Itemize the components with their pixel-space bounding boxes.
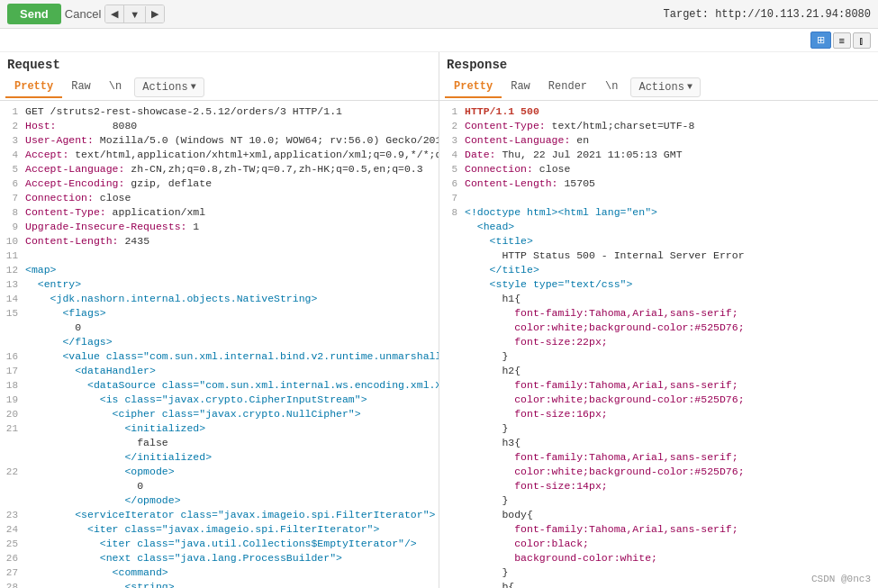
line-text: <initialized> [25,421,439,436]
request-line: 15 <flags> [0,306,439,321]
line-text: 0 [25,479,439,493]
line-text: font-family:Tahoma,Arial,sans-serif; [465,378,878,393]
line-text: h3{ [465,436,878,450]
watermark: CSDN @0nc3 [811,574,871,584]
line-number [439,537,465,551]
line-text: } [465,421,878,436]
line-text: </title> [465,263,878,277]
line-text: Accept-Language: zh-CN,zh;q=0.8,zh-TW;q=… [25,162,439,176]
response-line: background-color:white; [439,551,878,565]
line-number [439,508,465,522]
line-text: <iter class="java.util.Collections$Empty… [25,537,439,551]
response-line: h2{ [439,364,878,378]
line-number: 7 [439,191,465,205]
request-tab-newline[interactable]: \n [100,77,131,98]
line-number [439,349,465,364]
request-line: 5Accept-Language: zh-CN,zh;q=0.8,zh-TW;q… [0,162,439,176]
line-text: Host: 8080 [25,119,439,133]
request-code-area[interactable]: 1GET /struts2-rest-showcase-2.5.12/order… [0,101,439,588]
view-list-button[interactable]: ≡ [833,32,851,49]
response-line: 4Date: Thu, 22 Jul 2021 11:05:13 GMT [439,148,878,162]
line-text: HTTP Status 500 - Internal Server Error [465,249,878,263]
line-number: 16 [0,349,25,364]
line-number: 14 [0,292,25,306]
response-tab-newline[interactable]: \n [596,77,627,98]
nav-forward-button[interactable]: ▶ [146,5,164,23]
line-text: 0 [25,321,439,335]
line-number: 13 [0,277,25,292]
view-split-button[interactable]: ⫿ [853,32,871,49]
nav-dropdown-button[interactable]: ▼ [124,6,146,23]
line-text: Connection: close [25,191,439,205]
line-number [439,321,465,335]
line-text: <dataHandler> [25,364,439,378]
line-text: font-family:Tahoma,Arial,sans-serif; [465,306,878,321]
line-number [439,364,465,378]
line-number: 6 [439,176,465,191]
line-number [439,306,465,321]
cancel-button[interactable]: Cancel [65,7,101,21]
request-line: 24 <iter class="javax.imageio.spi.Filter… [0,522,439,537]
response-line: font-size:14px; [439,479,878,493]
line-text: false [25,436,439,450]
line-number [0,450,25,465]
line-number [0,479,25,493]
line-number: 2 [0,119,25,133]
response-tab-pretty[interactable]: Pretty [445,77,502,98]
line-text: <next class="java.lang.ProcessBuilder"> [25,551,439,565]
request-tab-raw[interactable]: Raw [62,77,100,98]
line-number [439,551,465,565]
send-button[interactable]: Send [7,4,61,24]
request-line: 0 [0,321,439,335]
line-text: Date: Thu, 22 Jul 2021 11:05:13 GMT [465,148,878,162]
request-line: 12<map> [0,263,439,277]
request-line: false [0,436,439,450]
response-actions-arrow: ▼ [687,82,692,92]
line-number [439,220,465,234]
view-grid-button[interactable]: ⊞ [810,32,831,49]
line-number [439,421,465,436]
line-number: 19 [0,393,25,407]
line-text: <!doctype html><html lang="en"> [465,205,878,220]
request-line: 4Accept: text/html,application/xhtml+xml… [0,148,439,162]
request-line: 2Host: 8080 [0,119,439,133]
line-number: 4 [439,148,465,162]
line-text: h1{ [465,292,878,306]
response-code-area[interactable]: 1HTTP/1.1 5002Content-Type: text/html;ch… [439,101,878,588]
request-line: 10Content-Length: 2435 [0,234,439,249]
line-number: 26 [0,551,25,565]
line-text: font-size:14px; [465,479,878,493]
response-tab-actions[interactable]: Actions ▼ [630,77,700,97]
line-number: 18 [0,378,25,393]
line-text: Accept: text/html,application/xhtml+xml,… [25,148,439,162]
line-text: <command> [25,565,439,580]
response-actions-label: Actions [638,81,683,94]
line-number: 22 [0,465,25,479]
line-text: Accept-Encoding: gzip, deflate [25,176,439,191]
line-text: font-size:22px; [465,335,878,349]
line-number: 17 [0,364,25,378]
line-text: </flags> [25,335,439,349]
request-line: 23 <serviceIterator class="javax.imageio… [0,508,439,522]
line-number: 6 [0,176,25,191]
response-title: Response [439,52,878,74]
request-tab-actions[interactable]: Actions ▼ [134,77,204,97]
response-tab-raw[interactable]: Raw [502,77,539,98]
line-text: HTTP/1.1 500 [465,104,878,119]
line-text [465,191,878,205]
line-number [439,263,465,277]
line-number: 12 [0,263,25,277]
line-text: User-Agent: Mozilla/5.0 (Windows NT 10.0… [25,133,439,148]
request-tab-pretty[interactable]: Pretty [5,77,62,98]
toolbar-left: Send Cancel ◀ ▼ ▶ [7,4,165,24]
request-line: 1GET /struts2-rest-showcase-2.5.12/order… [0,104,439,119]
line-number: 9 [0,220,25,234]
response-line: 1HTTP/1.1 500 [439,104,878,119]
line-text: color:white;background-color:#525D76; [465,465,878,479]
response-line: font-family:Tahoma,Arial,sans-serif; [439,306,878,321]
response-line: } [439,349,878,364]
line-number [439,479,465,493]
line-text: h2{ [465,364,878,378]
nav-back-button[interactable]: ◀ [105,5,124,23]
response-tab-render[interactable]: Render [539,77,596,98]
